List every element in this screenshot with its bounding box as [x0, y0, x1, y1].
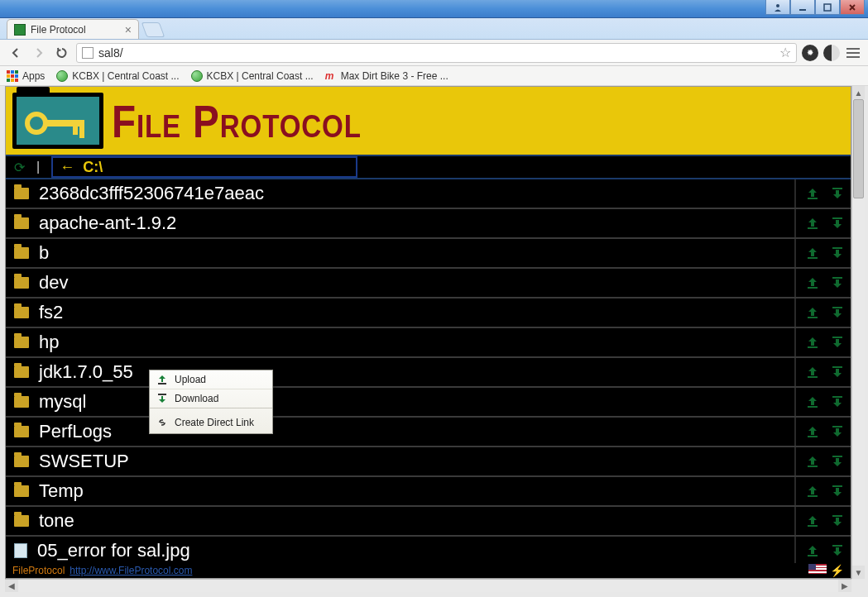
app-title: File Protocol — [112, 94, 362, 148]
download-icon — [156, 393, 168, 404]
row-download-button[interactable] — [829, 423, 846, 440]
svg-rect-6 — [832, 217, 842, 219]
row-download-button[interactable] — [829, 245, 846, 261]
window-maximize-button[interactable] — [815, 0, 840, 15]
row-upload-button[interactable] — [804, 394, 821, 410]
file-row[interactable]: fs2 — [6, 298, 851, 328]
bookmark-star-icon[interactable]: ☆ — [779, 45, 791, 60]
reload-button[interactable] — [53, 44, 71, 62]
browser-toolbar: sal8/ ☆ ✹ — [0, 40, 868, 66]
row-download-button[interactable] — [829, 542, 846, 559]
row-download-button[interactable] — [829, 304, 846, 321]
row-upload-button[interactable] — [804, 334, 821, 351]
file-row[interactable]: PerfLogs — [6, 418, 851, 447]
scroll-right-arrow[interactable]: ▶ — [838, 580, 851, 592]
row-download-button[interactable] — [829, 334, 846, 351]
forward-button[interactable] — [30, 44, 48, 62]
row-download-button[interactable] — [829, 275, 846, 291]
svg-rect-28 — [832, 545, 842, 547]
row-download-button[interactable] — [829, 394, 846, 410]
ctx-create-link[interactable]: Create Direct Link — [150, 408, 272, 433]
scroll-thumb[interactable] — [853, 99, 864, 198]
path-bar: ⟳ | ← C:\ — [6, 155, 851, 179]
file-row[interactable]: jdk1.7.0_55 — [6, 358, 851, 388]
path-input[interactable]: ← C:\ — [51, 156, 357, 178]
apps-button[interactable]: Apps — [7, 70, 45, 82]
scroll-up-arrow[interactable]: ▲ — [852, 86, 865, 99]
file-name: b — [39, 242, 49, 264]
file-row[interactable]: 05_error for sal.jpg — [6, 537, 851, 566]
file-name: 05_error for sal.jpg — [37, 540, 190, 561]
back-button[interactable] — [7, 44, 25, 62]
svg-rect-22 — [832, 456, 842, 457]
scroll-left-arrow[interactable]: ◀ — [5, 580, 18, 592]
svg-rect-27 — [808, 555, 818, 556]
address-bar[interactable]: sal8/ ☆ — [76, 43, 797, 63]
globe-icon — [56, 70, 68, 82]
window-titlebar — [0, 0, 868, 18]
bookmark-item-1[interactable]: KCBX | Central Coast ... — [191, 70, 314, 82]
refresh-icon[interactable]: ⟳ — [14, 160, 25, 175]
row-download-button[interactable] — [829, 453, 846, 470]
file-row[interactable]: hp — [6, 328, 851, 358]
row-upload-button[interactable] — [804, 423, 821, 440]
vertical-scrollbar[interactable]: ▲ ▼ — [851, 86, 865, 579]
scroll-down-arrow[interactable]: ▼ — [852, 566, 865, 579]
svg-rect-29 — [158, 383, 166, 384]
row-upload-button[interactable] — [804, 215, 821, 232]
row-actions — [794, 328, 846, 356]
folder-icon — [14, 277, 29, 289]
file-name: SWSETUP — [39, 451, 129, 472]
window-user-button[interactable] — [765, 0, 790, 15]
ctx-upload[interactable]: Upload — [150, 370, 272, 389]
row-download-button[interactable] — [829, 364, 846, 380]
path-separator: | — [36, 160, 40, 174]
extension-icon-2[interactable] — [823, 45, 840, 61]
path-text: C:\ — [83, 159, 103, 176]
bookmark-item-2[interactable]: m Max Dirt Bike 3 - Free ... — [325, 70, 448, 82]
svg-rect-19 — [808, 436, 818, 437]
row-download-button[interactable] — [829, 513, 846, 529]
row-download-button[interactable] — [829, 215, 846, 232]
tab-title: File Protocol — [31, 24, 86, 36]
row-upload-button[interactable] — [804, 453, 821, 470]
row-upload-button[interactable] — [804, 364, 821, 380]
folder-icon — [14, 366, 29, 378]
new-tab-button[interactable] — [141, 22, 165, 37]
file-name: mysql — [39, 391, 86, 413]
file-row[interactable]: apache-ant-1.9.2 — [6, 209, 851, 239]
row-upload-button[interactable] — [804, 245, 821, 261]
row-download-button[interactable] — [829, 483, 846, 499]
window-minimize-button[interactable] — [790, 0, 815, 15]
context-menu: Upload Download Create Direct Link — [149, 370, 273, 434]
upload-icon — [156, 374, 168, 385]
row-upload-button[interactable] — [804, 513, 821, 529]
apps-label: Apps — [22, 70, 45, 82]
window-close-button[interactable] — [840, 0, 865, 15]
extension-icon-1[interactable]: ✹ — [802, 45, 818, 61]
path-back-icon[interactable]: ← — [60, 159, 74, 176]
chrome-menu-button[interactable] — [845, 48, 861, 58]
file-row[interactable]: b — [6, 239, 851, 269]
file-row[interactable]: dev — [6, 269, 851, 298]
row-upload-button[interactable] — [804, 483, 821, 499]
file-row[interactable]: 2368dc3fff52306741e7aeac — [6, 179, 851, 209]
file-row[interactable]: mysql — [6, 388, 851, 418]
row-upload-button[interactable] — [804, 185, 821, 202]
file-row[interactable]: tone — [6, 507, 851, 537]
svg-rect-8 — [832, 247, 842, 249]
folder-icon — [14, 307, 29, 318]
ctx-download[interactable]: Download — [150, 389, 272, 408]
row-upload-button[interactable] — [804, 542, 821, 559]
row-upload-button[interactable] — [804, 275, 821, 291]
row-download-button[interactable] — [829, 185, 846, 202]
file-row[interactable]: SWSETUP — [6, 447, 851, 477]
bookmark-item-0[interactable]: KCBX | Central Coast ... — [56, 70, 179, 82]
tab-close-icon[interactable]: × — [125, 23, 132, 36]
browser-tab[interactable]: File Protocol × — [7, 19, 139, 39]
row-upload-button[interactable] — [804, 304, 821, 321]
file-row[interactable]: Temp — [6, 477, 851, 507]
svg-rect-23 — [808, 495, 818, 497]
footer-link[interactable]: http://www.FileProtocol.com — [70, 565, 192, 576]
horizontal-scrollbar[interactable]: ◀ ▶ — [5, 579, 851, 592]
